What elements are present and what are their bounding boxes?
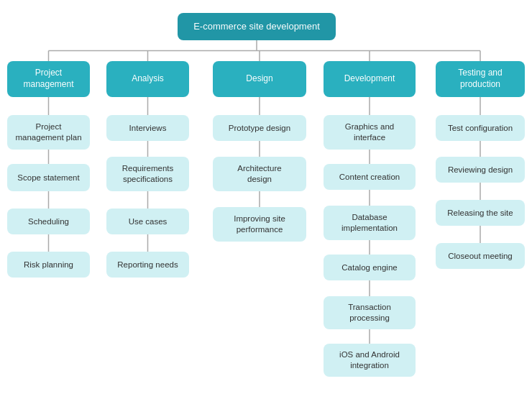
node-testing-and-producti: Testing and production (436, 61, 525, 97)
node-architecture-design: Architecture design (213, 157, 306, 191)
node-interviews: Interviews (106, 115, 189, 141)
node-catalog-engine: Catalog engine (324, 255, 416, 280)
node-ios-and-android-inte: iOS and Android integration (324, 344, 416, 377)
node-content-creation: Content creation (324, 164, 416, 190)
node-design: Design (213, 61, 306, 97)
node-development: Development (324, 61, 416, 97)
node-closeout-meeting: Closeout meeting (436, 243, 525, 269)
node-project-management: Project management (7, 61, 90, 97)
node-prototype-design: Prototype design (213, 115, 306, 141)
node-analysis: Analysis (106, 61, 189, 97)
node-project-management-p: Project management plan (7, 115, 90, 150)
node-risk-planning: Risk planning (7, 252, 90, 278)
node-transaction-processi: Transaction processing (324, 296, 416, 329)
node-requirements-specifi: Requirements specifications (106, 157, 189, 191)
node-e-commerce-site-deve: E-commerce site development (178, 13, 336, 40)
node-releasing-the-site: Releasing the site (436, 200, 525, 226)
node-use-cases: Use cases (106, 209, 189, 234)
node-scheduling: Scheduling (7, 209, 90, 234)
node-improving-site-perfo: Improving site performance (213, 207, 306, 242)
node-database-implementat: Database implementation (324, 206, 416, 240)
node-reporting-needs: Reporting needs (106, 252, 189, 278)
chart-container: E-commerce site developmentProject manag… (0, 0, 532, 394)
node-graphics-and-interfa: Graphics and interface (324, 115, 416, 150)
node-scope-statement: Scope statement (7, 164, 90, 191)
node-reviewing-design: Reviewing design (436, 157, 525, 183)
node-test-configuration: Test configuration (436, 115, 525, 141)
